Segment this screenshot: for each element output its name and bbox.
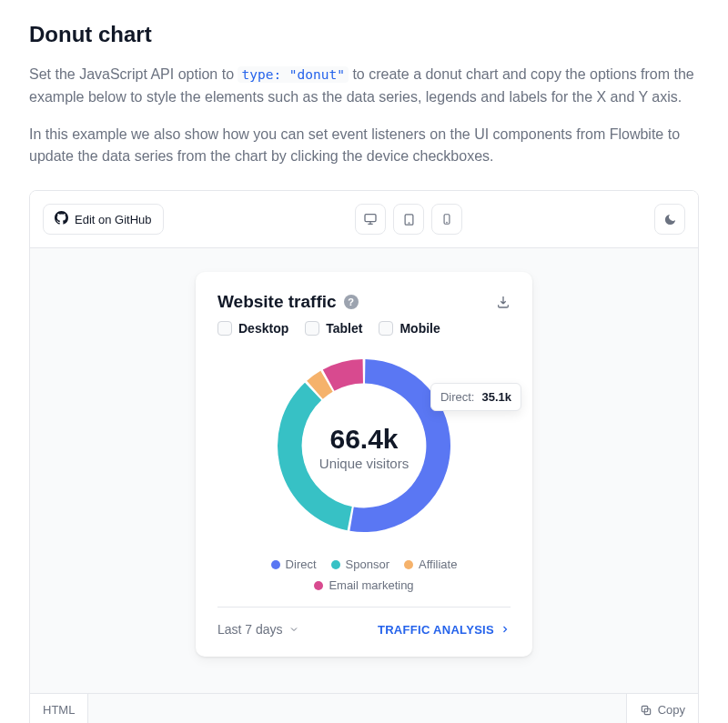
traffic-analysis-link[interactable]: TRAFFIC ANALYSIS [378, 623, 511, 637]
intro-text-before: Set the JavaScript API option to [29, 66, 238, 82]
checkbox-tablet-label: Tablet [326, 321, 362, 336]
chevron-down-icon [288, 624, 299, 635]
checkbox-icon [217, 321, 232, 336]
svg-point-4 [447, 222, 448, 223]
card-title: Website traffic [217, 292, 337, 312]
demo-container: Edit on GitHub Website traffic [29, 190, 699, 723]
donut-center-value: 66.4k [319, 424, 409, 454]
tooltip-label: Direct: [440, 390, 475, 404]
page-title: Donut chart [29, 22, 699, 47]
checkbox-tablet[interactable]: Tablet [305, 321, 362, 336]
legend-dot-icon [271, 560, 280, 569]
tab-html[interactable]: HTML [30, 694, 88, 723]
edit-on-github-button[interactable]: Edit on GitHub [43, 204, 164, 235]
intro-paragraph-2: In this example we also show how you can… [29, 124, 699, 169]
viewport-desktop-button[interactable] [355, 204, 386, 235]
intro-paragraph-1: Set the JavaScript API option to type: "… [29, 64, 699, 109]
chevron-right-icon [500, 624, 511, 635]
legend-sponsor-label: Sponsor [346, 557, 389, 571]
copy-label: Copy [658, 703, 685, 717]
legend-direct-label: Direct [286, 557, 317, 571]
legend-dot-icon [314, 581, 323, 590]
legend-item-email[interactable]: Email marketing [314, 578, 413, 592]
viewport-tablet-button[interactable] [393, 204, 424, 235]
tooltip-value: 35.1k [481, 390, 511, 404]
donut-center: 66.4k Unique visitors [319, 424, 409, 471]
checkbox-desktop[interactable]: Desktop [217, 321, 288, 336]
donut-chart: 66.4k Unique visitors Direct: 35.1k [217, 345, 511, 550]
svg-point-2 [409, 223, 410, 224]
checkbox-icon [305, 321, 319, 336]
viewport-mobile-button[interactable] [431, 204, 462, 235]
checkbox-mobile[interactable]: Mobile [379, 321, 440, 336]
demo-toolbar: Edit on GitHub [30, 191, 698, 248]
chart-legend: Direct Sponsor Affiliate Email marketing [217, 550, 511, 608]
copy-icon [640, 704, 652, 717]
checkbox-mobile-label: Mobile [399, 321, 440, 336]
inline-code-type-donut: type: "donut" [238, 66, 349, 83]
legend-item-sponsor[interactable]: Sponsor [331, 557, 389, 571]
period-dropdown[interactable]: Last 7 days [217, 622, 299, 637]
preview-area: Website traffic ? Desktop Tablet [30, 248, 698, 693]
period-label: Last 7 days [217, 622, 283, 637]
legend-item-direct[interactable]: Direct [271, 557, 317, 571]
checkbox-desktop-label: Desktop [238, 321, 288, 336]
chart-tooltip: Direct: 35.1k [430, 383, 521, 411]
device-filters: Desktop Tablet Mobile [217, 321, 511, 336]
legend-dot-icon [331, 560, 340, 569]
edit-on-github-label: Edit on GitHub [75, 213, 152, 226]
github-icon [55, 211, 68, 227]
svg-rect-0 [365, 215, 376, 222]
legend-item-affiliate[interactable]: Affiliate [404, 557, 457, 571]
donut-center-label: Unique visitors [319, 456, 409, 471]
copy-button[interactable]: Copy [626, 694, 698, 723]
code-tabs: HTML Copy [30, 693, 698, 723]
download-icon[interactable] [496, 295, 511, 309]
legend-affiliate-label: Affiliate [419, 557, 457, 571]
legend-dot-icon [404, 560, 413, 569]
help-icon[interactable]: ? [344, 295, 359, 309]
legend-email-label: Email marketing [329, 578, 413, 592]
cta-label: TRAFFIC ANALYSIS [378, 623, 494, 637]
dark-mode-toggle[interactable] [654, 204, 685, 235]
chart-card: Website traffic ? Desktop Tablet [196, 272, 532, 657]
checkbox-icon [379, 321, 393, 336]
